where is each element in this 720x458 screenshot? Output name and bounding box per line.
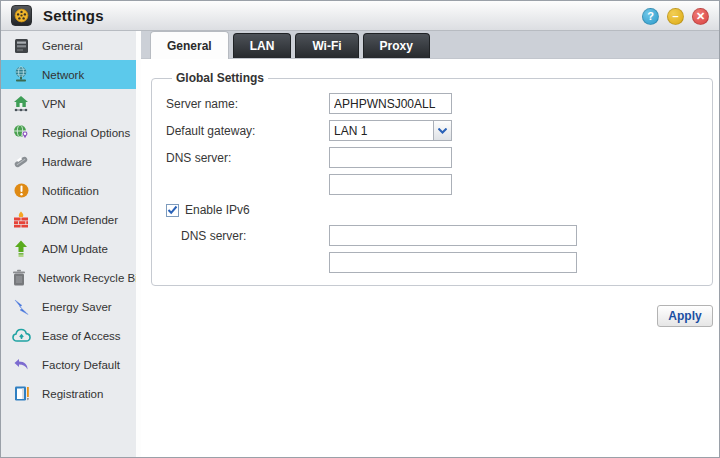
- global-settings-legend: Global Settings: [172, 71, 268, 85]
- window-controls: ? – ✕: [642, 8, 709, 25]
- apply-button[interactable]: Apply: [657, 305, 713, 327]
- ipv6-dns-row-2: [166, 252, 698, 273]
- server-name-row: Server name:: [166, 93, 698, 114]
- minimize-button[interactable]: –: [667, 8, 684, 25]
- window-title: Settings: [43, 7, 104, 24]
- sidebar-item-label: Network: [42, 69, 84, 81]
- dns-server-row-2: [166, 174, 698, 195]
- global-settings-fieldset: Global Settings Server name: Default gat…: [151, 71, 713, 286]
- dropdown-trigger[interactable]: [433, 121, 451, 140]
- cloud-arrow-icon: [11, 327, 31, 345]
- lightning-icon: [11, 298, 31, 316]
- dns-server-input-1[interactable]: [329, 147, 452, 168]
- sidebar-item-vpn[interactable]: VPN: [1, 89, 136, 118]
- sidebar-item-hardware[interactable]: Hardware: [1, 147, 136, 176]
- sidebar-item-label: Notification: [42, 185, 99, 197]
- sidebar-item-label: ADM Update: [42, 243, 108, 255]
- wrench-icon: [11, 153, 31, 171]
- alert-icon: [11, 182, 31, 200]
- enable-ipv6-checkbox[interactable]: [166, 204, 179, 217]
- dns-server-row-1: DNS server:: [166, 147, 698, 168]
- undo-arrow-icon: [11, 356, 31, 374]
- network-globe-icon: [11, 66, 31, 84]
- default-gateway-row: Default gateway: LAN 1: [166, 120, 698, 141]
- clipboard-pen-icon: [11, 385, 31, 403]
- sidebar-item-label: ADM Defender: [42, 214, 118, 226]
- ipv6-dns-label: DNS server:: [166, 229, 329, 243]
- help-button[interactable]: ?: [642, 8, 659, 25]
- default-gateway-select[interactable]: LAN 1: [329, 120, 452, 141]
- default-gateway-value: LAN 1: [330, 121, 433, 140]
- sidebar-item-network[interactable]: Network: [1, 60, 136, 89]
- tab-bar: GeneralLANWi-FiProxy: [141, 31, 719, 59]
- close-button[interactable]: ✕: [692, 8, 709, 25]
- sidebar-item-label: Hardware: [42, 156, 92, 168]
- settings-window: Settings ? – ✕ GeneralNetworkVPNRegional…: [0, 0, 720, 458]
- server-name-input[interactable]: [329, 93, 452, 114]
- tab-lan[interactable]: LAN: [233, 33, 292, 58]
- sidebar-item-factory-default[interactable]: Factory Default: [1, 350, 136, 379]
- sidebar-item-adm-defender[interactable]: ADM Defender: [1, 205, 136, 234]
- default-gateway-label: Default gateway:: [166, 124, 329, 138]
- sidebar-item-label: Energy Saver: [42, 301, 112, 313]
- ipv6-dns-row-1: DNS server:: [166, 225, 698, 246]
- server-icon: [11, 37, 31, 55]
- tab-proxy[interactable]: Proxy: [363, 33, 430, 58]
- sidebar-item-registration[interactable]: Registration: [1, 379, 136, 408]
- server-name-label: Server name:: [166, 97, 329, 111]
- sidebar-item-label: Network Recycle Bin: [38, 272, 141, 284]
- firewall-icon: [11, 211, 31, 229]
- update-arrow-icon: [11, 240, 31, 258]
- sidebar-item-notification[interactable]: Notification: [1, 176, 136, 205]
- sidebar-item-network-recycle-bin[interactable]: Network Recycle Bin: [1, 263, 136, 292]
- ipv6-dns-input-1[interactable]: [329, 225, 577, 246]
- chevron-down-icon: [438, 128, 447, 134]
- tab-wi-fi[interactable]: Wi-Fi: [295, 33, 358, 58]
- sidebar-item-energy-saver[interactable]: Energy Saver: [1, 292, 136, 321]
- sidebar-item-regional-options[interactable]: Regional Options: [1, 118, 136, 147]
- ipv6-dns-input-2[interactable]: [329, 252, 577, 273]
- dns-server-label: DNS server:: [166, 151, 329, 165]
- sidebar-item-ease-of-access[interactable]: Ease of Access: [1, 321, 136, 350]
- sidebar-item-label: General: [42, 40, 83, 52]
- vpn-house-icon: [11, 95, 31, 113]
- dns-server-input-2[interactable]: [329, 174, 452, 195]
- globe-pin-icon: [11, 124, 31, 142]
- title-bar: Settings ? – ✕: [1, 1, 719, 31]
- checkmark-icon: [167, 205, 178, 215]
- tab-general[interactable]: General: [150, 31, 229, 59]
- settings-app-icon: [11, 5, 32, 26]
- enable-ipv6-row: Enable IPv6: [166, 201, 698, 219]
- sidebar-item-label: VPN: [42, 98, 66, 110]
- sidebar-item-label: Ease of Access: [42, 330, 121, 342]
- sidebar-item-label: Regional Options: [42, 127, 130, 139]
- general-tab-panel: Global Settings Server name: Default gat…: [141, 59, 719, 457]
- main-content: GeneralLANWi-FiProxy Global Settings Ser…: [141, 31, 719, 457]
- trash-icon: [11, 269, 27, 287]
- gear-reel-icon: [14, 8, 29, 23]
- settings-sidebar: GeneralNetworkVPNRegional OptionsHardwar…: [1, 31, 141, 457]
- sidebar-item-label: Factory Default: [42, 359, 120, 371]
- enable-ipv6-label: Enable IPv6: [185, 203, 250, 217]
- sidebar-item-label: Registration: [42, 388, 103, 400]
- sidebar-item-general[interactable]: General: [1, 31, 136, 60]
- apply-row: Apply: [151, 305, 713, 327]
- sidebar-item-adm-update[interactable]: ADM Update: [1, 234, 136, 263]
